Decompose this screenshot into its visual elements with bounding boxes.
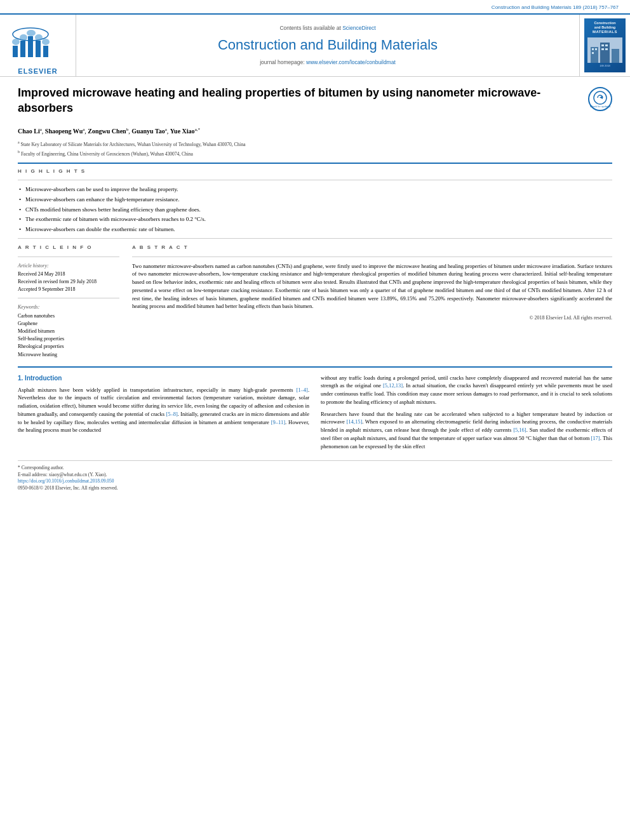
svg-point-8 xyxy=(27,30,36,36)
svg-point-7 xyxy=(20,34,27,41)
abstract-col: A B S T R A C T Two nanometer microwave-… xyxy=(132,244,612,358)
journal-cover-area: Constructionand BuildingMATERIALS xyxy=(579,15,630,76)
homepage-url[interactable]: www.elsevier.com/locate/conbuildmat xyxy=(306,59,396,65)
journal-header-center: Contents lists available at ScienceDirec… xyxy=(76,15,579,76)
cover-title: Constructionand BuildingMATERIALS xyxy=(593,21,617,35)
article-footer: * Corresponding author. E-mail address: … xyxy=(18,460,612,491)
svg-rect-21 xyxy=(605,48,608,50)
email-note: E-mail address: xiaoy@whut.edu.cn (Y. Xi… xyxy=(18,472,612,479)
ref-5-16[interactable]: [5,16] xyxy=(513,427,526,433)
check-for-updates-badge: Check for updates xyxy=(588,87,612,111)
authors-line: Chao Lia, Shaopeng Wua, Zongwu Chenb, Gu… xyxy=(18,127,612,136)
ref-9-11[interactable]: [9–11] xyxy=(271,419,285,425)
divider-after-highlights xyxy=(18,238,612,239)
svg-rect-0 xyxy=(13,46,18,57)
date-revised: Received in revised form 29 July 2018 xyxy=(18,278,119,285)
svg-point-6 xyxy=(12,39,20,45)
ref-17[interactable]: [17] xyxy=(591,435,600,441)
abstract-hr xyxy=(132,257,612,257)
article-info-hr xyxy=(18,257,119,257)
article-info-abstract-area: A R T I C L E I N F O Article history: R… xyxy=(18,244,612,358)
ref-5-8[interactable]: [5–8] xyxy=(166,411,177,417)
article-history: Article history: Received 24 May 2018 Re… xyxy=(18,262,119,293)
keyword-6: Microwave heating xyxy=(18,351,119,358)
cover-issue-info: 189 2018 xyxy=(600,64,610,68)
highlight-2: Microwave-absorbers can enhance the high… xyxy=(18,196,612,204)
highlight-4: The exothermic rate of bitumen with micr… xyxy=(18,215,612,223)
svg-rect-2 xyxy=(28,36,33,57)
highlights-hr xyxy=(18,180,612,180)
highlights-list: Microwave-absorbers can be used to impro… xyxy=(18,185,612,233)
ref-1-4[interactable]: [1–4] xyxy=(296,387,307,393)
ref-14-15[interactable]: [14,15] xyxy=(346,418,362,425)
article-info-label: A R T I C L E I N F O xyxy=(18,244,119,251)
main-content: Check for updates Improved microwave hea… xyxy=(0,77,630,500)
page: Construction and Building Materials 189 … xyxy=(0,0,630,840)
intro-title: 1. Introduction xyxy=(18,374,309,383)
highlight-5: Microwave-absorbers can double the exoth… xyxy=(18,225,612,234)
date-received: Received 24 May 2018 xyxy=(18,270,119,277)
keyword-1: Carbon nanotubes xyxy=(18,312,119,319)
affil-2: b Faculty of Engineering, China Universi… xyxy=(18,149,612,157)
journal-cover-image: Constructionand BuildingMATERIALS xyxy=(584,18,626,72)
top-ref-bar: Construction and Building Materials 189 … xyxy=(0,0,630,13)
body-two-col: 1. Introduction Asphalt mixtures have be… xyxy=(18,374,612,455)
elsevier-wordmark: ELSEVIER xyxy=(10,67,67,76)
svg-rect-4 xyxy=(43,46,48,57)
svg-rect-15 xyxy=(592,48,594,50)
issn: 0950-0618/© 2018 Elsevier, Inc. All righ… xyxy=(18,485,612,492)
svg-rect-19 xyxy=(605,44,608,46)
author-4: Guanyu Tao xyxy=(131,128,165,135)
author-2: Shaopeng Wu xyxy=(45,128,83,135)
highlights-section: H I G H L I G H T S Microwave-absorbers … xyxy=(18,168,612,233)
journal-title: Construction and Building Materials xyxy=(218,36,438,55)
keywords-section: Keywords: Carbon nanotubes Graphene Modi… xyxy=(18,303,119,357)
svg-rect-3 xyxy=(36,41,41,57)
date-accepted: Accepted 9 September 2018 xyxy=(18,286,119,293)
body-col-left: 1. Introduction Asphalt mixtures have be… xyxy=(18,374,309,455)
author-5: Yue Xiao xyxy=(170,128,195,135)
svg-point-10 xyxy=(42,39,50,45)
check-update-text: Check for updates xyxy=(590,105,610,108)
journal-ref: Construction and Building Materials 189 … xyxy=(492,4,619,10)
abstract-text: Two nanometer microwave-absorbers named … xyxy=(132,262,612,311)
svg-point-9 xyxy=(35,34,43,41)
elsevier-logo-area: ELSEVIER xyxy=(0,15,76,76)
keywords-hr xyxy=(18,298,119,298)
ref-5-12-13[interactable]: [5,12,13] xyxy=(383,382,403,389)
svg-rect-20 xyxy=(601,48,604,50)
body-col-right: without any traffic loads during a prolo… xyxy=(321,374,612,455)
journal-header: ELSEVIER Contents lists available at Sci… xyxy=(0,13,630,77)
intro-para-2: without any traffic loads during a prolo… xyxy=(321,374,612,406)
highlight-1: Microwave-absorbers can be used to impro… xyxy=(18,185,612,194)
refresh-icon xyxy=(593,90,608,105)
copyright: © 2018 Elsevier Ltd. All rights reserved… xyxy=(132,314,612,321)
article-history-label: Article history: xyxy=(18,262,119,269)
svg-rect-16 xyxy=(595,48,597,50)
keyword-4: Self-healing properties xyxy=(18,335,119,342)
svg-rect-1 xyxy=(20,41,25,57)
highlight-3: CNTs modified bitumen shows better heali… xyxy=(18,206,612,214)
contents-available-text: Contents lists available at ScienceDirec… xyxy=(279,25,375,32)
svg-rect-12 xyxy=(591,47,598,63)
homepage-line: journal homepage: www.elsevier.com/locat… xyxy=(260,59,396,67)
article-title-area: Check for updates Improved microwave hea… xyxy=(18,86,612,122)
cover-building-visual xyxy=(587,37,622,63)
intro-para-1: Asphalt mixtures have been widely applie… xyxy=(18,386,309,435)
elsevier-logo-box: ELSEVIER xyxy=(10,27,67,65)
divider-body xyxy=(18,366,612,368)
affiliations: a State Key Laboratory of Silicate Mater… xyxy=(18,140,612,157)
article-title: Improved microwave heating and healing p… xyxy=(18,86,612,116)
svg-rect-18 xyxy=(601,44,604,46)
svg-marker-23 xyxy=(600,96,603,99)
author-3: Zongwu Chen xyxy=(88,128,126,135)
affil-1: a State Key Laboratory of Silicate Mater… xyxy=(18,140,612,148)
doi-link[interactable]: https://doi.org/10.1016/j.conbuildmat.20… xyxy=(18,478,612,485)
sciencedirect-link[interactable]: ScienceDirect xyxy=(342,25,375,31)
divider-thick xyxy=(18,163,612,164)
corresponding-note: * Corresponding author. xyxy=(18,465,612,472)
abstract-label: A B S T R A C T xyxy=(132,244,612,251)
keyword-3: Modified bitumen xyxy=(18,328,119,335)
article-info-col: A R T I C L E I N F O Article history: R… xyxy=(18,244,119,358)
highlights-label: H I G H L I G H T S xyxy=(18,168,612,175)
